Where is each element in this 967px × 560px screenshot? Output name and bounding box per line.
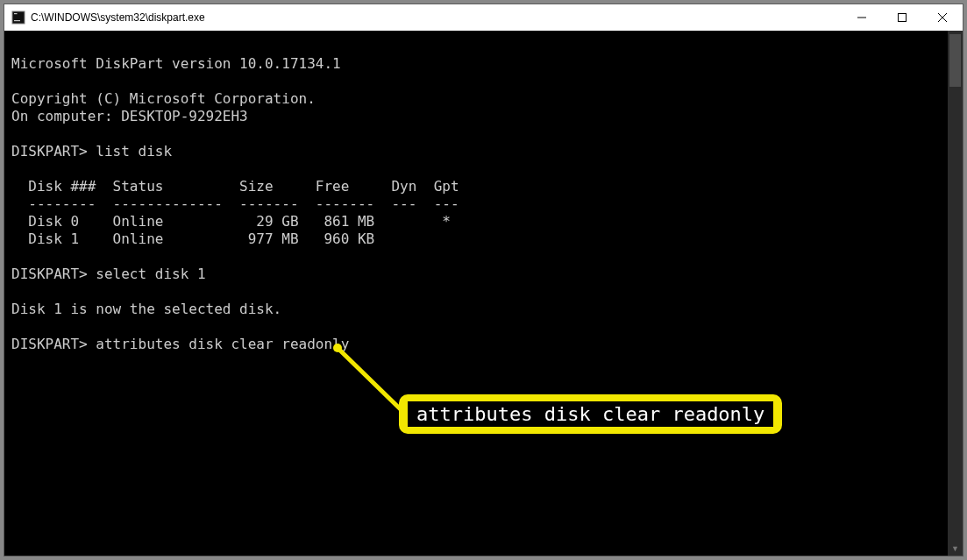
svg-rect-4	[899, 14, 907, 22]
app-window: C:\WINDOWS\system32\diskpart.exe Microso…	[4, 4, 963, 556]
terminal-area: Microsoft DiskPart version 10.0.17134.1 …	[4, 31, 963, 556]
maximize-button[interactable]	[882, 4, 922, 31]
terminal-output[interactable]: Microsoft DiskPart version 10.0.17134.1 …	[4, 31, 947, 556]
svg-rect-1	[14, 13, 18, 14]
callout-box: attributes disk clear readonly	[399, 394, 782, 434]
scroll-thumb[interactable]	[949, 34, 961, 87]
app-icon	[11, 11, 25, 25]
titlebar[interactable]: C:\WINDOWS\system32\diskpart.exe	[4, 4, 963, 31]
vertical-scrollbar[interactable]: ▲ ▼	[948, 31, 963, 556]
svg-rect-2	[14, 20, 20, 21]
window-title: C:\WINDOWS\system32\diskpart.exe	[31, 11, 205, 24]
close-button[interactable]	[922, 4, 963, 31]
minimize-button[interactable]	[842, 4, 882, 31]
callout-text: attributes disk clear readonly	[408, 401, 773, 427]
scroll-down-arrow[interactable]: ▼	[948, 541, 963, 556]
